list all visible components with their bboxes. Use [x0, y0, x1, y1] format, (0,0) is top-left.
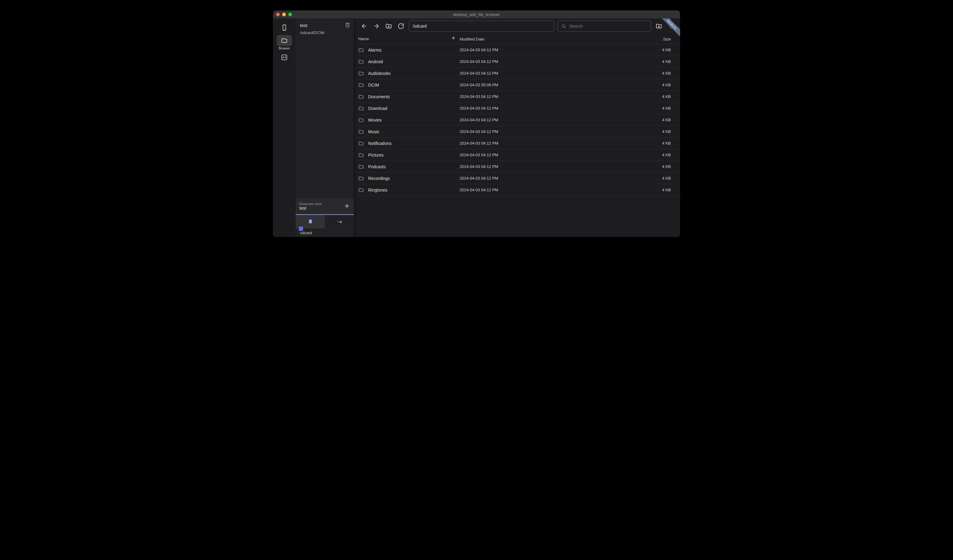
file-size: 4 KB	[640, 106, 677, 110]
table-row[interactable]: Pictures2024-04-03 04:12 PM4 KB	[355, 149, 680, 161]
file-size: 4 KB	[640, 153, 677, 157]
plus-icon	[343, 203, 350, 209]
file-modified: 2024-04-03 04:12 PM	[459, 106, 564, 110]
upload-folder-button[interactable]	[384, 22, 393, 31]
table-row[interactable]: Notifications2024-04-03 04:12 PM4 KB	[355, 138, 680, 149]
file-name: Audiobooks	[368, 71, 391, 76]
new-folder-button[interactable]	[654, 22, 663, 31]
table-row[interactable]: Music2024-04-03 04:12 PM4 KB	[355, 126, 680, 138]
sidebar: test /sdcard/DCIM Bookmark name test	[296, 19, 354, 237]
column-header-name[interactable]: Name	[358, 37, 369, 41]
arrow-left-icon	[361, 23, 368, 29]
file-modified: 2024-04-03 04:12 PM	[459, 59, 564, 64]
rail-item-code[interactable]	[276, 52, 292, 63]
file-name: Pictures	[368, 153, 384, 158]
table-row[interactable]: Documents2024-04-03 04:12 PM4 KB	[355, 91, 680, 102]
bookmark-name-input[interactable]: test	[300, 206, 341, 211]
folder-icon	[358, 187, 364, 193]
file-size: 4 KB	[640, 141, 677, 146]
svg-line-10	[565, 27, 565, 28]
column-header-modified[interactable]: Modified Date	[459, 37, 484, 42]
breadcrumb-segment[interactable]: sdcard	[300, 231, 312, 235]
file-size: 4 KB	[640, 48, 677, 52]
table-row[interactable]: Recordings2024-04-03 04:12 PM4 KB	[355, 172, 680, 184]
file-name: Notifications	[368, 141, 391, 146]
arrow-up-icon	[451, 36, 456, 41]
rail-item-browser[interactable]: Browser	[276, 35, 292, 50]
titlebar[interactable]: desktop_adb_file_browser	[273, 11, 680, 19]
activity-rail: Browser	[273, 19, 296, 237]
table-row[interactable]: Podcasts2024-04-03 04:12 PM4 KB	[355, 161, 680, 172]
window-minimize-button[interactable]	[282, 12, 286, 16]
file-modified: 2024-04-03 04:12 PM	[459, 129, 564, 134]
table-row[interactable]: Movies2024-04-03 04:12 PM4 KB	[355, 114, 680, 126]
folder-icon	[358, 141, 364, 146]
toolbar: /sdcard Search	[355, 19, 680, 34]
arrow-right-icon	[373, 23, 380, 29]
file-size: 4 KB	[640, 82, 677, 87]
file-list[interactable]: Alarms2024-04-03 04:12 PM4 KBAndroid2024…	[355, 44, 680, 237]
folder-icon	[358, 164, 364, 169]
file-name: Android	[368, 59, 383, 64]
file-modified: 2024-04-03 04:12 PM	[459, 188, 564, 192]
search-input[interactable]: Search	[557, 20, 651, 32]
window-close-button[interactable]	[276, 12, 280, 16]
column-header-size[interactable]: Size	[663, 37, 671, 42]
file-name: Recordings	[368, 176, 390, 181]
table-header: Name Modified Date Size	[355, 34, 680, 44]
folder-icon	[358, 152, 364, 158]
table-row[interactable]: Android2024-04-03 04:12 PM4 KB	[355, 56, 680, 68]
sidebar-tab-view[interactable]	[325, 215, 354, 228]
file-size: 4 KB	[640, 71, 677, 76]
app-window: desktop_adb_file_browser Browser	[273, 11, 680, 237]
file-name: DCIM	[368, 82, 379, 87]
window-zoom-button[interactable]	[288, 12, 292, 16]
smartphone-icon	[281, 24, 288, 31]
bookmark-entry[interactable]: test	[296, 19, 354, 30]
svg-point-9	[562, 25, 565, 27]
delete-bookmark-button[interactable]	[345, 22, 350, 29]
folder-icon	[358, 175, 364, 181]
file-size: 4 KB	[640, 118, 677, 122]
svg-rect-2	[282, 55, 287, 60]
nav-forward-button[interactable]	[372, 22, 381, 31]
main-pane: DEBUG /sdcard	[355, 19, 680, 237]
sort-indicator[interactable]	[451, 36, 456, 42]
bookmark-path: /sdcard/DCIM	[296, 30, 354, 35]
add-button[interactable]	[667, 22, 676, 31]
folder-icon	[358, 94, 364, 99]
glasses-icon	[337, 219, 342, 225]
file-modified: 2024-04-03 04:12 PM	[459, 118, 564, 122]
rail-item-device[interactable]	[276, 22, 292, 33]
path-input[interactable]: /sdcard	[409, 20, 554, 32]
file-name: Music	[368, 129, 379, 134]
table-row[interactable]: Ringtones2024-04-03 04:12 PM4 KB	[355, 184, 680, 196]
folder-icon	[358, 47, 364, 53]
folder-upload-icon	[385, 23, 392, 29]
file-modified: 2024-04-03 04:12 PM	[459, 164, 564, 169]
file-size: 4 KB	[640, 94, 677, 99]
folder-icon	[358, 71, 364, 76]
breadcrumb[interactable]: sdcard	[296, 228, 354, 237]
file-name: Alarms	[368, 48, 382, 53]
add-bookmark-button[interactable]	[343, 203, 350, 210]
file-size: 4 KB	[640, 129, 677, 134]
folder-icon	[358, 82, 364, 88]
folder-icon	[358, 105, 364, 111]
table-row[interactable]: Audiobooks2024-04-03 04:12 PM4 KB	[355, 68, 680, 79]
nav-back-button[interactable]	[360, 22, 369, 31]
file-name: Download	[368, 106, 387, 111]
trash-icon	[345, 22, 350, 28]
file-size: 4 KB	[640, 164, 677, 169]
table-row[interactable]: Download2024-04-03 04:12 PM4 KB	[355, 102, 680, 114]
table-row[interactable]: DCIM2024-04-03 05:06 PM4 KB	[355, 79, 680, 91]
bookmark-name-input-card: Bookmark name test	[296, 199, 354, 215]
table-row[interactable]: Alarms2024-04-03 04:12 PM4 KB	[355, 44, 680, 56]
file-name: Podcasts	[368, 164, 386, 169]
file-name: Documents	[368, 94, 390, 99]
refresh-button[interactable]	[396, 22, 405, 31]
file-modified: 2024-04-03 04:12 PM	[459, 153, 564, 157]
file-modified: 2024-04-03 04:12 PM	[459, 48, 564, 52]
folder-plus-icon	[655, 23, 662, 29]
code-icon	[281, 54, 288, 61]
